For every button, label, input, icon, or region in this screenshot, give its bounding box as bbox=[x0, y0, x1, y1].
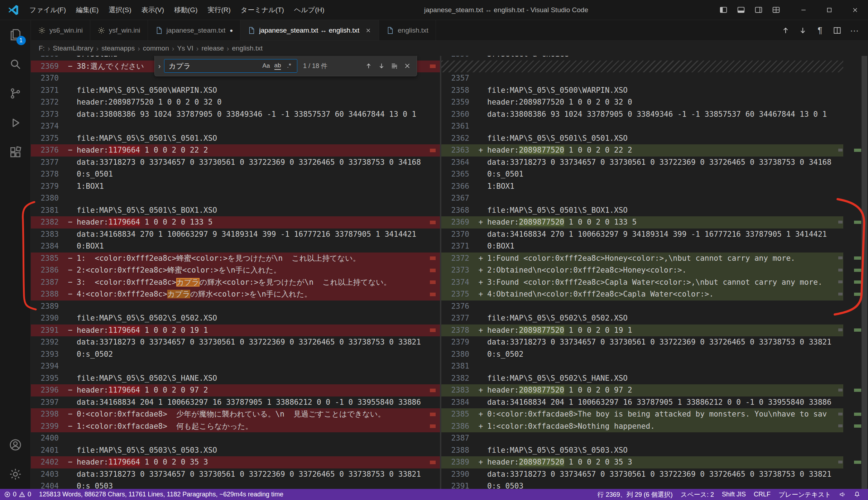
eol-status[interactable]: CRLF bbox=[750, 489, 775, 500]
diff-line-original[interactable]: 2386−2:<color:0xfff2ea8c>蜂蜜<color:>を\n手に… bbox=[31, 264, 440, 277]
diff-line-original[interactable]: 2373data:33808386 93 1024 33787905 0 338… bbox=[31, 109, 440, 121]
breadcrumb-item[interactable]: english.txt bbox=[232, 44, 263, 52]
diff-line-modified[interactable]: 23710:BOX1 bbox=[441, 240, 843, 253]
diff-line-modified[interactable]: 2385+0:<color:0xffacdae8>The boy is bein… bbox=[441, 408, 843, 420]
diff-line-original[interactable]: 24040:s_0503 bbox=[31, 480, 440, 489]
diff-line-original[interactable]: 23930:s_0502 bbox=[31, 348, 440, 361]
close-icon[interactable] bbox=[365, 27, 371, 34]
activity-search[interactable] bbox=[0, 49, 31, 79]
diff-line-original[interactable]: 2371file:MAP\S_05\S_0500\WARPIN.XSO bbox=[31, 85, 440, 97]
menu-item[interactable]: 編集(E) bbox=[71, 0, 104, 20]
breadcrumb-item[interactable]: Ys VI bbox=[177, 44, 193, 52]
menu-item[interactable]: ファイル(F) bbox=[24, 0, 71, 20]
diff-line-modified[interactable]: 2362file:MAP\S_05\S_0501\S_0501.XSO bbox=[441, 133, 843, 145]
diff-line-original[interactable]: 2400 bbox=[31, 432, 440, 444]
activity-source-control[interactable] bbox=[0, 79, 31, 108]
cursor-position-status[interactable]: 行 2369、列 29 (6 個選択) bbox=[594, 489, 677, 500]
diff-line-original[interactable]: 2385−1: <color:0xfff2ea8c>蜂蜜<color:>を見つけ… bbox=[31, 253, 440, 265]
diff-line-modified[interactable]: 2369+header:2089877520 1 0 0 2 0 133 5 bbox=[441, 216, 843, 229]
diff-line-modified[interactable]: 23800:s_0502 bbox=[441, 348, 843, 361]
word-count-status[interactable]: 125813 Words, 886278 Chars, 11761 Lines,… bbox=[35, 489, 287, 500]
diff-line-modified[interactable]: 2374+3:Found <color:0xfff2ea8c>Capla Wat… bbox=[441, 277, 843, 289]
diff-line-original[interactable]: 2401file:MAP\S_05\S_0503\S_0503.XSO bbox=[31, 444, 440, 457]
encoding-status[interactable]: Shift JIS bbox=[718, 489, 750, 500]
find-in-selection-button[interactable] bbox=[388, 59, 401, 72]
diff-line-original[interactable]: 2398−0:<color:0xffacdae8> 少年が魔物に襲われている。\… bbox=[31, 408, 440, 420]
previous-change-button[interactable] bbox=[778, 23, 793, 38]
diff-line-modified[interactable]: 23650:s_0501 bbox=[441, 168, 843, 181]
breadcrumb-item[interactable]: release bbox=[201, 44, 224, 52]
problems-status[interactable]: 0 0 bbox=[0, 489, 35, 500]
close-button[interactable] bbox=[842, 0, 868, 20]
menu-item[interactable]: 表示(V) bbox=[136, 0, 169, 20]
minimize-button[interactable] bbox=[791, 0, 816, 20]
diff-line-original[interactable]: 23840:BOX1 bbox=[31, 240, 440, 253]
diff-line-modified[interactable]: 2373+2:Obtained\n<color:0xfff2ea8c>Honey… bbox=[441, 264, 843, 277]
breadcrumb-item[interactable]: common bbox=[143, 44, 169, 52]
menu-item[interactable]: 選択(S) bbox=[104, 0, 136, 20]
next-change-button[interactable] bbox=[796, 23, 810, 38]
maximize-button[interactable] bbox=[816, 0, 842, 20]
toggle-replace-button[interactable]: › bbox=[155, 56, 164, 76]
diff-line-modified[interactable]: 2376 bbox=[441, 301, 843, 313]
diff-line-original[interactable]: 2387−3: <color:0xfff2ea8c>カプラの輝水<color:>… bbox=[31, 277, 440, 289]
match-case-button[interactable]: Aa bbox=[260, 61, 272, 71]
regex-button[interactable]: .* bbox=[283, 61, 295, 71]
diff-line-original[interactable]: 2383data:34168834 270 1 100663297 9 3418… bbox=[31, 229, 440, 241]
editor-tab[interactable]: ysf_win.ini bbox=[90, 20, 148, 40]
diff-line-original[interactable]: 2376−header:1179664 1 0 0 2 0 22 2 bbox=[31, 144, 440, 157]
diff-line-modified[interactable]: 2368file:MAP\S_05\S_0501\S_BOX1.XSO bbox=[441, 205, 843, 217]
diff-line-original[interactable]: 2381file:MAP\S_05\S_0501\S_BOX1.XSO bbox=[31, 205, 440, 217]
diff-line-original[interactable]: 2397data:34168834 204 1 100663297 16 337… bbox=[31, 396, 440, 409]
diff-line-modified[interactable]: 2358file:MAP\S_05\S_0500\WARPIN.XSO bbox=[441, 85, 843, 97]
diff-line-modified[interactable]: 2360data:33808386 93 1024 33787905 0 338… bbox=[441, 109, 843, 121]
menu-item[interactable]: ヘルプ(H) bbox=[289, 0, 330, 20]
diff-line-original[interactable]: 2399−1:<color:0xffacdae8> 何も起こらなかった。 bbox=[31, 420, 440, 433]
diff-line-modified[interactable]: 2370data:34168834 270 1 100663297 9 3418… bbox=[441, 229, 843, 241]
activity-explorer[interactable]: 1 bbox=[0, 20, 31, 49]
editor-tab[interactable]: japanese_steam.txt ↔ english.txt bbox=[240, 20, 379, 40]
split-editor-button[interactable] bbox=[830, 23, 844, 38]
diff-line-modified[interactable]: 2388file:MAP\S_05\S_0503\S_0503.XSO bbox=[441, 444, 843, 457]
diff-line-modified[interactable]: 2364data:33718273 0 33734657 0 33730561 … bbox=[441, 157, 843, 169]
indentation-status[interactable]: スペース: 2 bbox=[677, 489, 718, 500]
whole-word-button[interactable]: ab bbox=[272, 61, 283, 71]
diff-line-original[interactable]: 2388−4:<color:0xfff2ea8c>カプラの輝水<color:>を… bbox=[31, 288, 440, 301]
diff-line-modified[interactable]: 2377file:MAP\S_05\S_0502\S_0502.XSO bbox=[441, 312, 843, 324]
scrollbar[interactable] bbox=[862, 56, 867, 489]
diff-line-original[interactable]: 2374 bbox=[31, 120, 440, 133]
diff-line-original[interactable]: 2372header:2089877520 1 0 0 2 0 32 0 bbox=[31, 96, 440, 109]
diff-line-modified[interactable]: 2367 bbox=[441, 192, 843, 205]
menu-item[interactable]: 移動(G) bbox=[169, 0, 202, 20]
diff-line-modified[interactable]: 235637:Select a choice bbox=[441, 56, 843, 61]
diff-line-original[interactable]: 2377data:33718273 0 33734657 0 33730561 … bbox=[31, 157, 440, 169]
breadcrumb-item[interactable]: F: bbox=[39, 44, 45, 52]
diff-line-original[interactable]: 2391−header:1179664 1 0 0 2 0 19 1 bbox=[31, 324, 440, 337]
diff-line-original[interactable]: 2392data:33718273 0 33734657 0 33730561 … bbox=[31, 336, 440, 348]
language-mode-status[interactable]: プレーンテキスト bbox=[775, 489, 835, 500]
breadcrumb-item[interactable]: SteamLibrary bbox=[53, 44, 93, 52]
toggle-whitespace-button[interactable]: ¶ bbox=[813, 23, 827, 38]
diff-line-modified[interactable]: 2378+header:2089877520 1 0 0 2 0 19 1 bbox=[441, 324, 843, 337]
toggle-primary-sidebar-button[interactable] bbox=[719, 5, 728, 14]
menu-item[interactable]: 実行(R) bbox=[202, 0, 235, 20]
diff-line-original[interactable]: 2403data:33718273 0 33734657 0 33730561 … bbox=[31, 468, 440, 481]
diff-line-modified[interactable]: 2372+1:Found <color:0xfff2ea8c>Honey<col… bbox=[441, 253, 843, 265]
diff-line-modified[interactable]: 2384data:34168834 204 1 100663297 16 337… bbox=[441, 396, 843, 409]
activity-extensions[interactable] bbox=[0, 138, 31, 167]
diff-line-modified[interactable]: 2361 bbox=[441, 120, 843, 133]
notifications-button[interactable] bbox=[850, 489, 864, 500]
diff-line-original[interactable]: 2375file:MAP\S_05\S_0501\S_0501.XSO bbox=[31, 133, 440, 145]
editor-tab[interactable]: ys6_win.ini bbox=[31, 20, 90, 40]
find-close-button[interactable] bbox=[401, 59, 414, 72]
toggle-panel-button[interactable] bbox=[737, 5, 745, 14]
more-actions-button[interactable]: ··· bbox=[847, 23, 862, 38]
diff-line-modified[interactable]: 2387 bbox=[441, 432, 843, 444]
diff-line-original[interactable]: 2380 bbox=[31, 192, 440, 205]
diff-line-original[interactable]: 23780:s_0501 bbox=[31, 168, 440, 181]
menu-item[interactable]: ターミナル(T) bbox=[236, 0, 289, 20]
diff-line-modified[interactable]: 2357 bbox=[441, 72, 843, 85]
diff-line-modified[interactable]: 2363+header:2089877520 1 0 0 2 0 22 2 bbox=[441, 144, 843, 157]
diff-line-modified[interactable]: 23910:s_0503 bbox=[441, 480, 843, 489]
toggle-secondary-sidebar-button[interactable] bbox=[754, 5, 763, 14]
